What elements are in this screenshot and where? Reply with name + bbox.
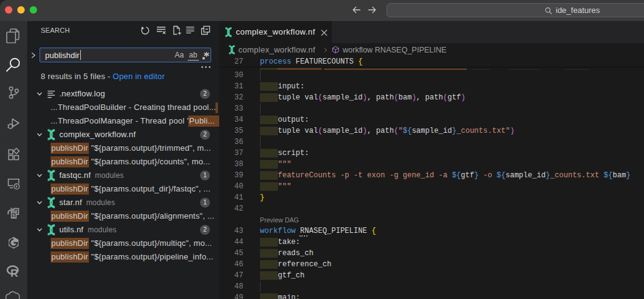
svg-text:R: R	[10, 267, 18, 279]
